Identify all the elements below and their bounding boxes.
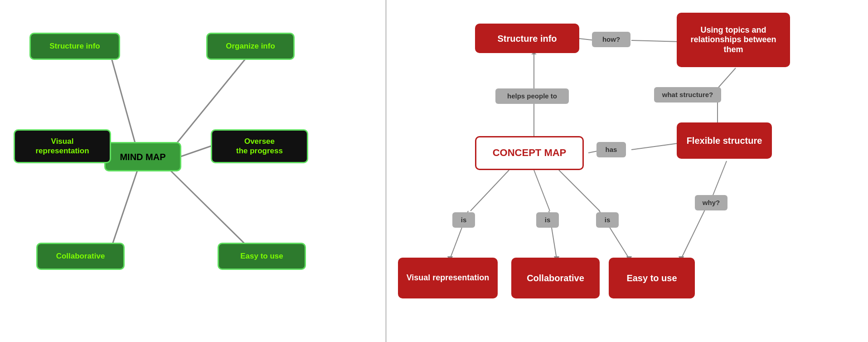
concept-map-label-how: how? — [592, 32, 630, 47]
concept-map-label-is-1: is — [452, 212, 475, 228]
concept-map-node-structure-info: Structure info — [475, 24, 579, 53]
concept-map-label-is-3: is — [596, 212, 619, 228]
mind-map-node-easy: Easy to use — [218, 243, 306, 270]
mind-map-node-structure-info: Structure info — [29, 33, 120, 60]
concept-map-label-why: why? — [695, 195, 727, 210]
mind-map-node-organize-info: Organize info — [206, 33, 295, 60]
concept-map-node-easy: Easy to use — [609, 258, 695, 298]
mind-map-area: MIND MAP Structure info Visualrepresenta… — [0, 0, 385, 342]
mind-map-node-visual-rep: Visualrepresentation — [14, 129, 111, 163]
concept-map-node-visual-rep: Visual representation — [398, 258, 498, 298]
svg-line-0 — [109, 49, 138, 154]
main-container: MIND MAP Structure info Visualrepresenta… — [0, 0, 868, 342]
concept-map-node-collaborative: Collaborative — [511, 258, 600, 298]
svg-line-9 — [718, 68, 736, 88]
concept-map-label-what-structure: what structure? — [654, 87, 721, 103]
concept-map-area: CONCEPT MAP Structure info Using topics … — [387, 0, 868, 342]
concept-map-node-using-topics: Using topics and relationships between t… — [677, 13, 790, 67]
svg-line-5 — [168, 168, 256, 255]
concept-map-label-helps-people-to: helps people to — [495, 88, 569, 104]
svg-line-2 — [109, 168, 138, 255]
svg-line-25 — [559, 170, 600, 211]
concept-map-center-node: CONCEPT MAP — [475, 136, 584, 170]
svg-line-22 — [534, 170, 550, 211]
svg-line-7 — [631, 40, 681, 42]
svg-line-28 — [713, 161, 727, 195]
mind-map-node-oversee: Overseethe progress — [211, 129, 308, 163]
mind-map-center-node: MIND MAP — [104, 142, 181, 171]
svg-line-19 — [470, 170, 509, 211]
svg-line-17 — [631, 143, 681, 150]
concept-map-label-has: has — [596, 142, 626, 157]
concept-map-node-flexible-structure: Flexible structure — [677, 122, 772, 159]
mind-map-node-collaborative: Collaborative — [36, 243, 125, 270]
concept-map-label-is-2: is — [536, 212, 559, 228]
